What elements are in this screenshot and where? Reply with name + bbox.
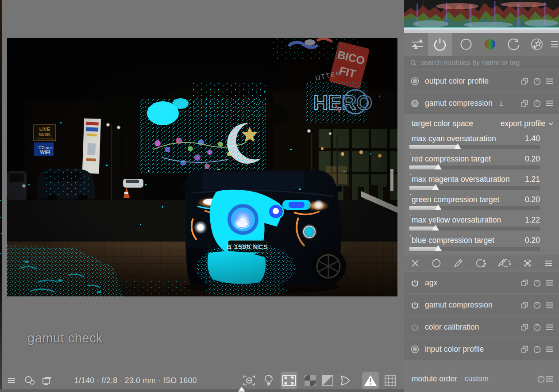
- slider-track[interactable]: [409, 165, 540, 169]
- collapsed-left-panel-edge[interactable]: [0, 0, 2, 389]
- gamut-check-button[interactable]: [362, 372, 379, 389]
- module-agx[interactable]: agx: [404, 272, 559, 293]
- blend-off-icon[interactable]: [410, 258, 420, 268]
- slider-thumb[interactable]: [432, 225, 439, 231]
- power-icon[interactable]: [411, 279, 419, 287]
- multi-instance-icon[interactable]: [520, 323, 529, 331]
- power-icon[interactable]: [411, 323, 419, 331]
- slider-max-magenta-oversaturation[interactable]: max magenta oversaturation1.21: [409, 173, 540, 193]
- multi-instance-icon[interactable]: [520, 99, 529, 108]
- slider-track[interactable]: [409, 227, 540, 231]
- module-name: output color profile: [425, 77, 489, 86]
- reset-icon[interactable]: [533, 345, 541, 354]
- module-gamut-compression-1[interactable]: gamut compression · 1: [404, 92, 559, 114]
- power-icon[interactable]: [411, 99, 419, 108]
- slider-thumb[interactable]: [454, 143, 461, 149]
- multi-instance-icon[interactable]: [520, 77, 529, 85]
- reset-icon[interactable]: [533, 301, 541, 309]
- slider-thumb[interactable]: [435, 164, 442, 169]
- drawn-and-parametric-mask-icon[interactable]: [498, 258, 511, 269]
- parametric-mask-icon[interactable]: [474, 258, 487, 269]
- multi-instance-icon[interactable]: [520, 279, 529, 287]
- presets-icon[interactable]: [545, 375, 554, 383]
- presets-icon[interactable]: [545, 77, 554, 85]
- module-order-label: module order: [412, 374, 457, 384]
- module-color-calibration[interactable]: color calibration: [404, 316, 559, 338]
- module-name: gamut compression: [425, 300, 493, 310]
- module-input-color-profile[interactable]: input color profile: [404, 338, 559, 360]
- reset-icon[interactable]: [533, 99, 541, 108]
- raster-mask-icon[interactable]: [522, 258, 533, 269]
- reset-icon[interactable]: [533, 279, 541, 287]
- combo-value: export profile: [501, 119, 545, 128]
- slider-label: green compression target: [412, 195, 499, 204]
- quick-access-tab[interactable]: [408, 33, 427, 56]
- color-assessment-icon[interactable]: [263, 372, 274, 389]
- drawn-mask-icon[interactable]: [453, 258, 463, 269]
- image-canvas[interactable]: BICO FIT UTTEN HERO: [7, 38, 397, 296]
- power-icon[interactable]: [411, 301, 419, 309]
- histogram-waveform[interactable]: [404, 0, 559, 33]
- second-window-icon[interactable]: [41, 372, 53, 389]
- slider-thumb[interactable]: [435, 245, 442, 251]
- zoom-fit-button[interactable]: [281, 372, 297, 389]
- multi-instance-icon[interactable]: [520, 345, 529, 354]
- presets-icon[interactable]: [545, 346, 554, 353]
- presets-icon[interactable]: [545, 279, 554, 287]
- search-icon: [410, 60, 417, 66]
- right-panel: output color profile gamut compression ·…: [404, 0, 559, 392]
- slider-thumb[interactable]: [435, 204, 442, 210]
- exif-info: 1/140 · f/2.8 · 23.0 mm · ISO 1600: [74, 372, 197, 389]
- softproof-icon[interactable]: [336, 372, 353, 389]
- presets-icon[interactable]: [545, 100, 554, 107]
- slider-green-compression-target[interactable]: green compression target0.20: [409, 193, 540, 213]
- slider-label: red compression target: [412, 154, 491, 164]
- slider-red-compression-target[interactable]: red compression target0.20: [409, 152, 540, 173]
- slider-thumb[interactable]: [432, 184, 439, 190]
- active-modules-tab[interactable]: [428, 33, 452, 56]
- module-group-tabs: [404, 33, 559, 56]
- module-name: color calibration: [425, 323, 479, 332]
- presets-menu-icon[interactable]: [550, 33, 559, 56]
- blend-menu-icon[interactable]: [544, 259, 553, 267]
- slider-value: 1.40: [525, 134, 540, 143]
- slider-track[interactable]: [409, 247, 540, 251]
- slider-max-yellow-oversaturation[interactable]: max yellow oversaturation1.22: [409, 213, 540, 234]
- reset-icon[interactable]: [537, 375, 545, 383]
- reset-icon[interactable]: [533, 323, 541, 331]
- bottom-menu-icon[interactable]: [6, 372, 17, 389]
- module-name: gamut compression: [425, 99, 493, 108]
- slider-track[interactable]: [409, 145, 540, 149]
- target-color-space-combo[interactable]: target color space export profile: [404, 118, 559, 132]
- effects-group-tab[interactable]: [527, 33, 547, 56]
- slider-value: 1.21: [525, 175, 540, 184]
- blend-uniform-icon[interactable]: [431, 258, 442, 269]
- panel-expand-handle[interactable]: [238, 387, 245, 392]
- overexposed-icon[interactable]: [320, 372, 335, 389]
- module-order-value[interactable]: custom: [464, 374, 489, 383]
- slider-blue-compression-target[interactable]: blue compression target0.20: [409, 234, 540, 254]
- snapshots-icon[interactable]: [23, 372, 36, 389]
- presets-icon[interactable]: [545, 323, 554, 331]
- reset-icon[interactable]: [533, 77, 541, 85]
- search-input[interactable]: [420, 59, 555, 67]
- module-output-color-profile[interactable]: output color profile: [404, 70, 559, 92]
- slider-track[interactable]: [409, 206, 540, 210]
- multi-instance-icon[interactable]: [520, 301, 529, 309]
- slider-value: 0.20: [525, 236, 540, 245]
- bottom-toolbar: 1/140 · f/2.8 · 23.0 mm · ISO 1600: [0, 372, 404, 389]
- guides-icon[interactable]: [382, 372, 398, 389]
- combo-label: target color space: [412, 119, 501, 128]
- color-group-tab[interactable]: [480, 33, 500, 56]
- raw-overexposed-icon[interactable]: [302, 372, 319, 389]
- slider-track[interactable]: [409, 186, 540, 190]
- slider-max-cyan-oversaturation[interactable]: max cyan oversaturation1.40: [409, 132, 540, 152]
- presets-icon[interactable]: [545, 301, 554, 309]
- module-gamut-compression[interactable]: gamut compression: [404, 294, 559, 315]
- correct-group-tab[interactable]: [504, 33, 524, 56]
- module-order-row: module order custom: [404, 369, 559, 388]
- base-group-tab[interactable]: [456, 33, 476, 56]
- slider-label: max yellow oversaturation: [412, 215, 501, 225]
- slider-value: 1.22: [525, 215, 540, 225]
- blend-mask-toolbar: [404, 255, 559, 271]
